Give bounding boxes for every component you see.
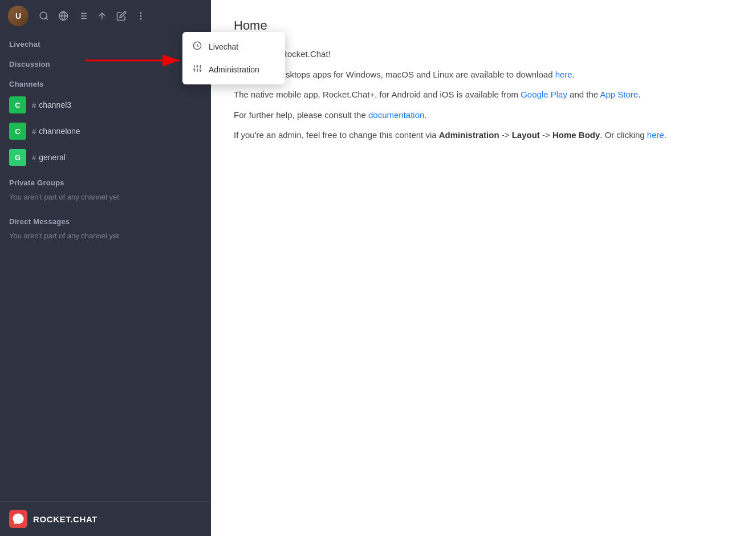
search-icon[interactable]	[39, 11, 49, 21]
channel-item-channel3[interactable]: C # channel3	[0, 92, 211, 118]
here-link-1[interactable]: here	[555, 70, 572, 79]
channel-item-channelone[interactable]: C # channelone	[0, 118, 211, 144]
page-title: Home	[234, 18, 733, 33]
content-body: Welcome to Rocket.Chat! The native deskt…	[234, 47, 733, 143]
administration-icon	[193, 64, 202, 75]
dropdown-administration-label: Administration	[209, 65, 259, 74]
content-line3: The native mobile app, Rocket.Chat+, for…	[234, 87, 733, 102]
google-play-link[interactable]: Google Play	[521, 90, 567, 99]
channel-item-general[interactable]: G # general	[0, 144, 211, 170]
content-line5: If you're an admin, feel free to change …	[234, 128, 733, 143]
avatar[interactable]: U	[8, 6, 29, 26]
hash-icon-2: #	[32, 127, 36, 136]
channels-section-label: Channels	[0, 72, 211, 92]
app-store-link[interactable]: App Store	[600, 90, 638, 99]
documentation-link[interactable]: documentation	[368, 110, 424, 120]
dropdown-item-livechat[interactable]: Livechat	[182, 35, 285, 58]
svg-point-13	[140, 19, 141, 20]
admin-bold-1: Administration	[439, 130, 499, 140]
direct-messages-label: Direct Messages	[0, 209, 211, 229]
here-link-2[interactable]: here	[647, 130, 664, 140]
channel-name-channelone: # channelone	[32, 127, 80, 136]
sidebar: U Livechat Discussion Chan	[0, 0, 211, 536]
private-groups-empty: You aren't part of any channel yet	[0, 190, 211, 209]
private-groups-label: Private Groups	[0, 170, 211, 190]
content-line1: Welcome to Rocket.Chat!	[234, 47, 733, 62]
channel-name-general: # general	[32, 153, 66, 162]
direct-messages-empty: You aren't part of any channel yet	[0, 229, 211, 248]
hash-icon: #	[32, 101, 36, 109]
edit-icon[interactable]	[116, 11, 127, 21]
hash-icon-3: #	[32, 153, 36, 162]
admin-bold-2: Layout	[512, 130, 540, 140]
svg-point-11	[140, 13, 141, 14]
content-line4: For further help, please consult the doc…	[234, 108, 733, 123]
main-content: Home Welcome to Rocket.Chat! The native …	[211, 0, 756, 536]
sidebar-footer: ROCKET.CHAT	[0, 501, 211, 536]
svg-line-1	[46, 18, 47, 19]
content-line2: The native desktops apps for Windows, ma…	[234, 67, 733, 82]
channel-avatar-channel3: C	[9, 96, 26, 113]
rocket-chat-logo-icon	[9, 510, 27, 528]
list-icon[interactable]	[78, 11, 88, 21]
sort-icon[interactable]	[97, 11, 107, 21]
arrow-annotation	[80, 49, 194, 72]
channel-avatar-general: G	[9, 149, 26, 166]
dropdown-item-administration[interactable]: Administration	[182, 58, 285, 81]
admin-bold-3: Home Body	[552, 130, 600, 140]
svg-point-0	[40, 12, 47, 19]
svg-point-12	[140, 15, 141, 17]
channel-avatar-channelone: C	[9, 123, 26, 140]
livechat-icon	[193, 41, 202, 52]
dropdown-livechat-label: Livechat	[209, 42, 238, 51]
dropdown-menu: Livechat Administration	[182, 32, 285, 84]
globe-icon[interactable]	[58, 11, 68, 21]
channel-name-channel3: # channel3	[32, 100, 71, 109]
header-icons	[39, 11, 146, 21]
more-icon[interactable]	[136, 11, 146, 21]
sidebar-header: U	[0, 0, 211, 32]
footer-brand-text: ROCKET.CHAT	[33, 514, 97, 524]
